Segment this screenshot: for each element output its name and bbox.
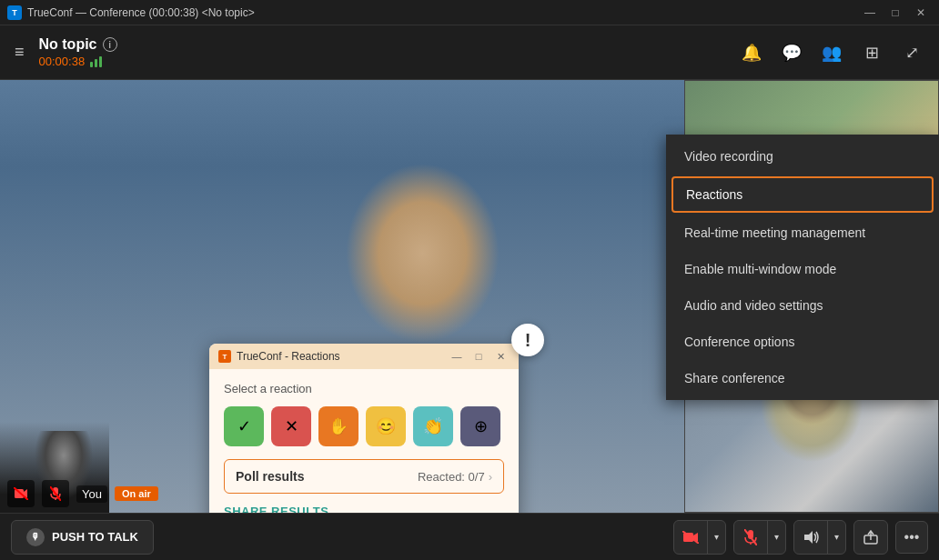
context-menu: Video recording Reactions Real-time meet… [666, 135, 939, 400]
meeting-timer: 00:00:38 [39, 55, 724, 68]
info-icon[interactable]: i [103, 37, 117, 52]
share-button[interactable] [854, 521, 887, 554]
dialog-controls[interactable]: — □ ✕ [448, 349, 510, 364]
chat-icon[interactable]: 💬 [775, 36, 808, 69]
video-area: You On air ! T TrueConf - Reactions — □ … [0, 80, 939, 513]
dialog-minimize-button[interactable]: — [448, 349, 466, 364]
timer-text: 00:00:38 [39, 55, 86, 68]
select-reaction-label: Select a reaction [224, 382, 504, 395]
topbar: ≡ No topic i 00:00:38 🔔 💬 👥 ⊞ [0, 25, 939, 80]
meeting-title-text: No topic [39, 36, 97, 53]
menu-item-video-recording[interactable]: Video recording [666, 138, 939, 175]
maximize-button[interactable]: □ [884, 4, 906, 22]
meeting-title: No topic i [39, 36, 724, 53]
meeting-info: No topic i 00:00:38 [39, 36, 724, 68]
camera-chevron[interactable]: ▾ [707, 521, 725, 554]
on-air-badge: On air [115, 486, 158, 501]
exclamation-badge: ! [511, 324, 544, 356]
menu-item-share-conference[interactable]: Share conference [666, 360, 939, 396]
minimize-button[interactable]: — [859, 4, 881, 22]
ptt-icon: 🎙 [26, 528, 45, 546]
reaction-buttons: ✓ ✕ ✋ 😊 👏 ⊕ [224, 406, 504, 446]
chevron-right-icon: › [489, 470, 492, 484]
menu-item-audio-video[interactable]: Audio and video settings [666, 287, 939, 324]
poll-reacted: Reacted: 0/7 › [418, 470, 492, 484]
share-results-button[interactable]: SHARE RESULTS [224, 505, 504, 513]
titlebar-left: T TrueConf — Conference (00:00:38) <No t… [7, 5, 255, 20]
close-button[interactable]: ✕ [910, 4, 932, 22]
camera-group: ▾ [673, 520, 726, 555]
dialog-maximize-button[interactable]: □ [470, 349, 488, 364]
yes-reaction-button[interactable]: ✓ [224, 406, 264, 446]
app-icon: T [7, 5, 22, 20]
mic-group: ▾ [733, 520, 786, 555]
reactions-dialog-titlebar: T TrueConf - Reactions — □ ✕ [209, 344, 519, 369]
speaker-chevron[interactable]: ▾ [827, 521, 845, 554]
push-to-talk-button[interactable]: 🎙 PUSH TO TALK [11, 520, 154, 555]
dialog-close-button[interactable]: ✕ [491, 349, 510, 364]
titlebar-controls[interactable]: — □ ✕ [859, 4, 932, 22]
smile-reaction-button[interactable]: 😊 [366, 406, 406, 446]
no-reaction-button[interactable]: ✕ [271, 406, 311, 446]
push-to-talk-label: PUSH TO TALK [52, 530, 138, 544]
svg-marker-12 [804, 531, 813, 544]
topbar-icons: 🔔 💬 👥 ⊞ ⤢ [735, 36, 928, 69]
clap-reaction-button[interactable]: 👏 [413, 406, 453, 446]
menu-item-conference-options[interactable]: Conference options [666, 324, 939, 360]
mic-off-icon [42, 480, 69, 507]
window-title: TrueConf — Conference (00:00:38) <No top… [27, 6, 255, 19]
hamburger-menu[interactable]: ≡ [11, 39, 28, 65]
camera-toggle-button[interactable] [674, 521, 707, 554]
speaker-group: ▾ [793, 520, 846, 555]
fullscreen-icon[interactable]: ⤢ [895, 36, 928, 69]
you-label: You [76, 485, 107, 503]
camera-off-icon [7, 480, 35, 507]
mic-toggle-button[interactable] [734, 521, 767, 554]
reactions-dialog: T TrueConf - Reactions — □ ✕ Select a re… [209, 344, 519, 513]
dialog-titlebar-left: T TrueConf - Reactions [218, 350, 340, 363]
menu-item-reactions[interactable]: Reactions [671, 176, 934, 213]
participants-icon[interactable]: 👥 [815, 36, 848, 69]
bottombar: 🎙 PUSH TO TALK ▾ ▾ ▾ [0, 513, 939, 560]
poll-results-label: Poll results [236, 469, 304, 484]
mic-chevron[interactable]: ▾ [767, 521, 785, 554]
menu-item-multiwindow[interactable]: Enable multi-window mode [666, 251, 939, 287]
dialog-title: TrueConf - Reactions [237, 350, 340, 363]
app: ≡ No topic i 00:00:38 🔔 💬 👥 ⊞ [0, 25, 939, 560]
hand-reaction-button[interactable]: ✋ [318, 406, 358, 446]
dialog-app-icon: T [218, 350, 231, 363]
signal-bars [90, 56, 102, 67]
reacted-count: Reacted: 0/7 [418, 470, 485, 484]
bell-icon[interactable]: 🔔 [735, 36, 768, 69]
poll-results-row[interactable]: Poll results Reacted: 0/7 › [224, 459, 504, 494]
more-reaction-button[interactable]: ⊕ [460, 406, 500, 446]
titlebar: T TrueConf — Conference (00:00:38) <No t… [0, 0, 939, 25]
menu-item-realtime-management[interactable]: Real-time meeting management [666, 215, 939, 251]
layout-icon[interactable]: ⊞ [855, 36, 888, 69]
bottom-left-area: You On air [0, 475, 166, 513]
share-group [853, 520, 888, 555]
more-button[interactable]: ••• [895, 521, 928, 554]
speaker-button[interactable] [794, 521, 827, 554]
reactions-dialog-body: Select a reaction ✓ ✕ ✋ 😊 👏 ⊕ Poll resul… [209, 369, 519, 513]
